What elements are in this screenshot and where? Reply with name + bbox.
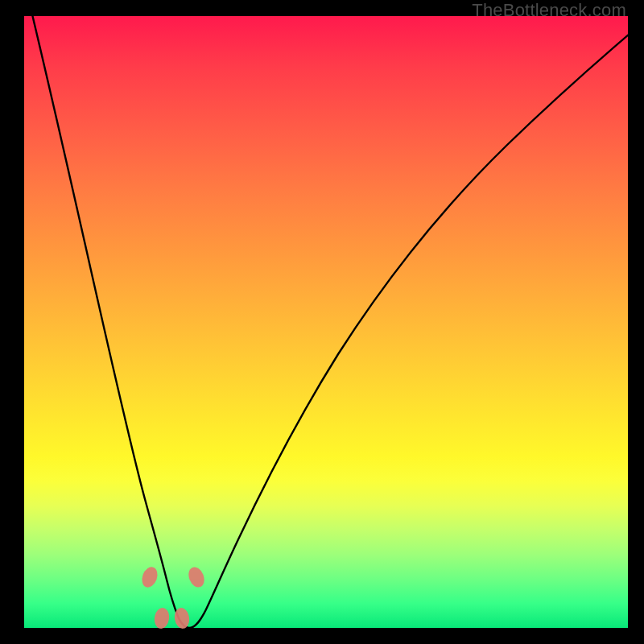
- bottleneck-curve: [24, 16, 628, 628]
- curve-path: [32, 16, 628, 628]
- chart-frame: [24, 16, 628, 628]
- watermark-text: TheBottleneck.com: [472, 0, 626, 21]
